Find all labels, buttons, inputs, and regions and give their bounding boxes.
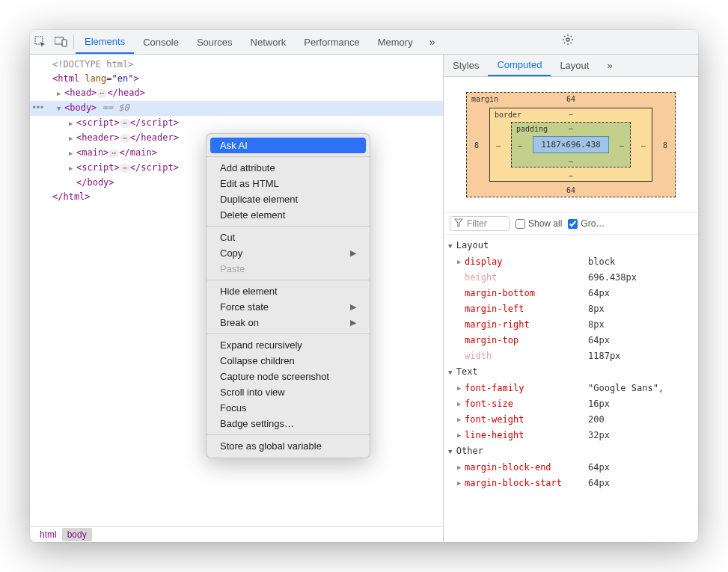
tab-network[interactable]: Network xyxy=(242,30,296,54)
menu-item-expand-recursively[interactable]: Expand recursively xyxy=(207,337,370,353)
padding-bottom-val[interactable]: – xyxy=(569,157,573,165)
padding-label: padding xyxy=(516,125,548,133)
dom-node[interactable]: •••▼<body> == $0 xyxy=(30,101,443,116)
property-group[interactable]: Text xyxy=(444,364,698,381)
main-tabs: ElementsConsoleSourcesNetworkPerformance… xyxy=(76,30,422,54)
menu-item-paste: Paste xyxy=(207,261,370,277)
menu-item-edit-as-html[interactable]: Edit as HTML xyxy=(207,176,370,191)
computed-property[interactable]: ▶margin-block-end64px xyxy=(444,460,698,476)
computed-properties[interactable]: Layout▶displayblockheight696.438pxmargin… xyxy=(444,235,698,542)
funnel-icon xyxy=(454,218,463,230)
tab-elements[interactable]: Elements xyxy=(76,30,134,54)
border-top-val[interactable]: – xyxy=(569,110,573,118)
padding-left-val[interactable]: – xyxy=(518,141,522,149)
more-subtabs-icon[interactable]: » xyxy=(598,55,621,76)
padding-top-val[interactable]: – xyxy=(569,124,573,132)
margin-right-val[interactable]: 8 xyxy=(663,141,667,149)
menu-item-capture-node-screenshot[interactable]: Capture node screenshot xyxy=(207,369,370,384)
subtab-computed[interactable]: Computed xyxy=(488,55,551,76)
computed-property[interactable]: ▶margin-block-start64px xyxy=(444,476,698,491)
menu-item-copy[interactable]: Copy▶ xyxy=(207,245,370,261)
property-group[interactable]: Layout xyxy=(444,238,698,254)
padding-right-val[interactable]: – xyxy=(620,141,624,149)
menu-item-add-attribute[interactable]: Add attribute xyxy=(207,160,370,176)
menu-item-force-state[interactable]: Force state▶ xyxy=(207,299,370,315)
devtools-toolbar: ElementsConsoleSourcesNetworkPerformance… xyxy=(30,30,698,55)
filter-placeholder: Filter xyxy=(467,218,487,229)
content-size[interactable]: 1187×696.438 xyxy=(533,136,609,153)
svg-rect-2 xyxy=(62,40,67,46)
menu-item-hide-element[interactable]: Hide element xyxy=(207,283,370,299)
dom-node[interactable]: ▶<script>⋯</script> xyxy=(30,116,443,131)
menu-item-focus[interactable]: Focus xyxy=(207,400,370,416)
more-tabs-icon[interactable]: » xyxy=(422,36,443,48)
group-checkbox[interactable]: Gro… xyxy=(568,218,605,229)
styles-subtabs: StylesComputedLayout» xyxy=(444,55,698,77)
tab-performance[interactable]: Performance xyxy=(295,30,368,54)
filter-input[interactable]: Filter xyxy=(450,216,510,231)
menu-item-cut[interactable]: Cut xyxy=(207,230,370,245)
margin-left-val[interactable]: 8 xyxy=(474,141,479,149)
property-group[interactable]: Other xyxy=(444,443,698,460)
menu-item-collapse-children[interactable]: Collapse children xyxy=(207,353,370,369)
computed-property[interactable]: margin-left8px xyxy=(444,301,698,317)
breadcrumb-item[interactable]: body xyxy=(62,528,92,541)
computed-property[interactable]: margin-right8px xyxy=(444,317,698,333)
show-all-checkbox[interactable]: Show all xyxy=(516,218,562,229)
computed-property[interactable]: ▶font-weight200 xyxy=(444,412,698,428)
dom-node[interactable]: <!DOCTYPE html> xyxy=(30,58,443,72)
border-bottom-val[interactable]: – xyxy=(569,171,573,179)
inspect-icon[interactable] xyxy=(30,36,51,48)
subtab-layout[interactable]: Layout xyxy=(551,55,598,76)
menu-item-break-on[interactable]: Break on▶ xyxy=(207,315,370,330)
border-left-val[interactable]: – xyxy=(496,141,501,149)
border-label: border xyxy=(495,111,521,119)
menu-item-store-as-global-variable[interactable]: Store as global variable xyxy=(207,438,370,454)
margin-top-val[interactable]: 64 xyxy=(566,95,575,103)
computed-property[interactable]: ▶font-family"Google Sans", xyxy=(444,381,698,396)
menu-item-delete-element[interactable]: Delete element xyxy=(207,207,370,223)
tab-memory[interactable]: Memory xyxy=(369,30,422,54)
border-right-val[interactable]: – xyxy=(641,141,646,149)
svg-point-3 xyxy=(566,38,569,41)
tab-sources[interactable]: Sources xyxy=(188,30,242,54)
computed-property[interactable]: height696.438px xyxy=(444,270,698,286)
menu-item-scroll-into-view[interactable]: Scroll into view xyxy=(207,384,370,400)
computed-filter-bar: Filter Show all Gro… xyxy=(444,212,698,235)
dom-node[interactable]: <html lang="en"> xyxy=(30,72,443,86)
computed-property[interactable]: ▶font-size16px xyxy=(444,396,698,412)
computed-property[interactable]: margin-bottom64px xyxy=(444,286,698,301)
menu-item-ask-ai[interactable]: Ask AI xyxy=(210,138,366,153)
menu-item-duplicate-element[interactable]: Duplicate element xyxy=(207,191,370,207)
menu-item-badge-settings-[interactable]: Badge settings… xyxy=(207,416,370,431)
tab-console[interactable]: Console xyxy=(134,30,188,54)
computed-property[interactable]: margin-top64px xyxy=(444,333,698,348)
breadcrumb-item[interactable]: html xyxy=(34,528,62,541)
context-menu: Ask AIAdd attributeEdit as HTMLDuplicate… xyxy=(206,133,370,458)
computed-property[interactable]: width1187px xyxy=(444,348,698,364)
subtab-styles[interactable]: Styles xyxy=(444,55,488,76)
computed-property[interactable]: ▶line-height32px xyxy=(444,428,698,443)
device-icon[interactable] xyxy=(51,37,72,47)
box-model: margin 64 64 8 8 border – – – – paddin xyxy=(444,77,698,212)
margin-bottom-val[interactable]: 64 xyxy=(566,186,575,194)
margin-label: margin xyxy=(471,95,498,103)
settings-icon[interactable] xyxy=(562,34,574,48)
dom-node[interactable]: ▶<head>⋯</head> xyxy=(30,86,443,101)
computed-property[interactable]: ▶displayblock xyxy=(444,254,698,270)
breadcrumb[interactable]: htmlbody xyxy=(30,526,443,542)
